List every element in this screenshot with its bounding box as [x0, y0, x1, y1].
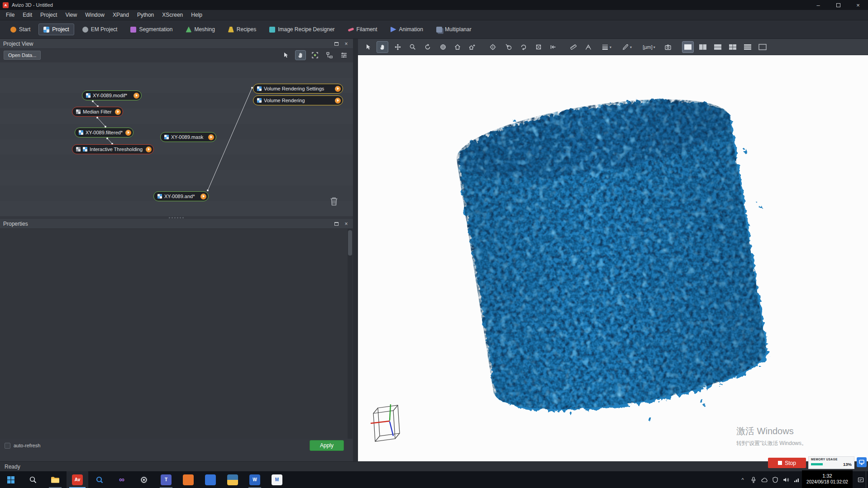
- fit-graph-button[interactable]: [310, 50, 320, 60]
- view-all-button[interactable]: [487, 41, 499, 53]
- node-port[interactable]: [125, 130, 131, 136]
- tab-meshing[interactable]: Meshing: [181, 24, 219, 35]
- tab-em-project[interactable]: EM Project: [77, 24, 123, 35]
- node-interactive-thresholding[interactable]: Interactive Thresholding: [72, 144, 154, 154]
- panel-divider[interactable]: [353, 39, 358, 461]
- menu-python[interactable]: Python: [133, 10, 158, 19]
- rotate-tool-button[interactable]: [422, 41, 434, 53]
- trash-icon[interactable]: [329, 196, 339, 206]
- taskbar-search-tool-button[interactable]: [89, 471, 110, 488]
- taskbar-avizo-button[interactable]: Av: [67, 471, 88, 488]
- open-data-button[interactable]: Open Data...: [4, 51, 41, 60]
- measure-tool-button[interactable]: [568, 41, 579, 53]
- show-desktop-button[interactable]: [866, 471, 868, 488]
- stop-recording-button[interactable]: Stop: [768, 458, 806, 468]
- node-port[interactable]: [146, 147, 152, 152]
- close-panel-button[interactable]: ×: [343, 220, 350, 227]
- line-width-dropdown[interactable]: ▾: [597, 41, 616, 53]
- trackball-tool-button[interactable]: [437, 41, 449, 53]
- auto-arrange-button[interactable]: [324, 50, 335, 60]
- tray-expand-button[interactable]: ^: [739, 476, 747, 484]
- tray-mic-icon[interactable]: [749, 476, 758, 484]
- menu-view[interactable]: View: [61, 10, 81, 19]
- node-xy0089-modif[interactable]: XY-0089.modif*: [82, 90, 142, 100]
- auto-refresh-checkbox[interactable]: [5, 443, 10, 449]
- taskbar-teams-button[interactable]: T: [155, 471, 177, 488]
- close-panel-button[interactable]: ×: [343, 40, 350, 47]
- node-port[interactable]: [335, 98, 341, 104]
- layout-single-button[interactable]: [682, 41, 694, 53]
- undock-panel-button[interactable]: [333, 220, 340, 227]
- project-graph-canvas[interactable]: XY-0089.modif* Median Filter XY-0089.fil…: [0, 62, 353, 216]
- tab-image-recipe-designer[interactable]: Image Recipe Designer: [264, 24, 339, 35]
- node-port[interactable]: [200, 194, 206, 199]
- angle-tool-button[interactable]: [582, 41, 594, 53]
- screen-tool-button[interactable]: [857, 457, 867, 467]
- undock-panel-button[interactable]: [333, 40, 340, 47]
- taskbar-recorder-button[interactable]: [133, 471, 155, 488]
- menu-help[interactable]: Help: [187, 10, 206, 19]
- menu-xpand[interactable]: XPand: [109, 10, 133, 19]
- tab-animation[interactable]: Animation: [386, 24, 428, 35]
- annotation-dropdown[interactable]: ▾: [617, 41, 636, 53]
- pan-tool-button[interactable]: [377, 41, 388, 53]
- node-median-filter[interactable]: Median Filter: [72, 107, 123, 117]
- taskbar-media-button[interactable]: M: [266, 471, 288, 488]
- node-port[interactable]: [134, 93, 139, 99]
- menu-project[interactable]: Project: [36, 10, 61, 19]
- menu-file[interactable]: File: [2, 10, 19, 19]
- tray-volume-icon[interactable]: [782, 476, 790, 484]
- view-options-button[interactable]: [339, 50, 349, 60]
- translate-tool-button[interactable]: [392, 41, 404, 53]
- tray-shield-icon[interactable]: [771, 476, 779, 484]
- taskbar-vs-button[interactable]: ∞: [111, 471, 133, 488]
- orientation-axes-gizmo[interactable]: [367, 400, 402, 445]
- pan-mode-button[interactable]: [295, 50, 306, 60]
- tab-multiplanar[interactable]: Multiplanar: [431, 24, 477, 35]
- properties-scrollbar[interactable]: [348, 229, 353, 439]
- taskbar-word-button[interactable]: W: [244, 471, 266, 488]
- tab-recipes[interactable]: Recipes: [223, 24, 261, 35]
- scrollbar-thumb[interactable]: [348, 230, 352, 256]
- taskbar-blue-app-button[interactable]: [200, 471, 221, 488]
- layout-two-horizontal-button[interactable]: [712, 41, 724, 53]
- seek-tool-button[interactable]: [503, 41, 515, 53]
- layout-rows-button[interactable]: [742, 41, 754, 53]
- layout-custom-button[interactable]: [757, 41, 768, 53]
- set-home-view-button[interactable]: [466, 41, 478, 53]
- taskbar-python-button[interactable]: [222, 471, 243, 488]
- layout-two-vertical-button[interactable]: [697, 41, 709, 53]
- node-volume-rendering[interactable]: Volume Rendering: [253, 95, 343, 105]
- tab-project[interactable]: Project: [38, 24, 74, 35]
- tray-cloud-icon[interactable]: [760, 476, 768, 484]
- minimize-button[interactable]: –: [808, 0, 828, 10]
- unit-dropdown[interactable]: [µm]▾: [637, 41, 661, 53]
- select-mode-button[interactable]: [281, 50, 291, 60]
- snapshot-button[interactable]: [662, 41, 674, 53]
- ortho-view-button[interactable]: [533, 41, 544, 53]
- menu-window[interactable]: Window: [81, 10, 109, 19]
- apply-button[interactable]: Apply: [310, 440, 344, 451]
- menu-xscreen[interactable]: XScreen: [158, 10, 187, 19]
- tab-filament[interactable]: Filament: [343, 24, 382, 35]
- zoom-tool-button[interactable]: [407, 41, 419, 53]
- taskbar-search-button[interactable]: [22, 471, 44, 488]
- action-center-button[interactable]: [857, 476, 865, 484]
- rotate-cw-button[interactable]: [518, 41, 529, 53]
- menu-edit[interactable]: Edit: [19, 10, 36, 19]
- tab-segmentation[interactable]: Segmentation: [125, 24, 177, 35]
- node-xy0089-mask[interactable]: XY-0089.mask: [160, 132, 216, 142]
- node-port[interactable]: [115, 109, 121, 115]
- maximize-button[interactable]: [828, 0, 848, 10]
- layout-grid-button[interactable]: [727, 41, 739, 53]
- tray-network-icon[interactable]: [793, 476, 801, 484]
- select-tool-button[interactable]: [362, 41, 374, 53]
- node-xy0089-filtered[interactable]: XY-0089.filtered*: [75, 128, 134, 137]
- node-xy0089-and[interactable]: XY-0089.and*: [153, 191, 209, 201]
- home-view-button[interactable]: [452, 41, 463, 53]
- node-port[interactable]: [208, 134, 214, 140]
- previous-view-button[interactable]: [547, 41, 559, 53]
- taskbar-orange-app-button[interactable]: [177, 471, 199, 488]
- node-port[interactable]: [335, 86, 341, 92]
- close-button[interactable]: ×: [848, 0, 868, 10]
